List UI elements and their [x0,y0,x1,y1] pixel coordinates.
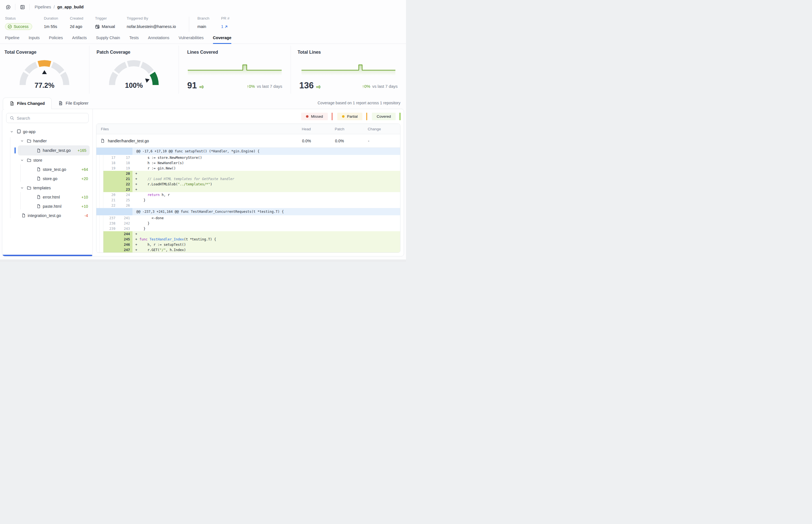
diff-line: 20+ [97,171,400,176]
tree-item-label: go-app [23,129,35,134]
hunk-header-text: @@ -237,3 +241,164 @@ func TestHandler_C… [133,208,284,215]
tab-coverage[interactable]: Coverage [213,35,231,44]
chevron-down-icon[interactable] [9,130,15,133]
collapse-sidebar-button[interactable] [18,3,27,11]
tab-vulnerabilities[interactable]: Vulnerabilities [179,35,204,44]
total-lines-sparkline [299,62,397,76]
diff-gutter [97,192,100,197]
column-header-patch: Patch [331,127,364,131]
chevron-down-icon[interactable] [19,186,26,190]
tree-item-go-app[interactable]: go-app [2,127,92,136]
pr-link[interactable]: 1 [221,23,230,30]
file-name-cell: handler/handler_test.go [97,139,298,143]
legend-chip-missed[interactable]: Missed [301,113,328,120]
file-icon [35,195,42,199]
code-token: h, r := setupTest() [139,243,186,247]
trend-value: ↑0% [247,84,255,89]
change-count: +10 [81,204,92,209]
total-lines-card: Total Lines 136 +0 ↑0%vs last 7 days [291,46,406,94]
horizontal-scrollbar-thumb[interactable] [2,255,92,256]
legend-label: Partial [347,114,358,118]
diff-gutter [97,155,100,160]
panel-tab-file-explorer[interactable]: File Explorer [52,98,95,109]
files-panel-tabs: Files ChangedFile Explorer Coverage base… [0,97,406,109]
tab-artifacts[interactable]: Artifacts [72,35,87,44]
divider [15,4,15,10]
file-tree-sidebar: go-apphandlerhandler_test.go+165storesto… [2,109,93,256]
panel-tab-files-changed[interactable]: Files Changed [3,98,52,109]
file-icon [101,139,105,143]
legend-bar [366,113,367,120]
diff-gutter [100,181,103,187]
old-line-number: 22 [103,203,118,208]
status-fields: StatusSuccessDuration1m 55sCreated2d ago… [5,16,188,30]
tree-item-store-go[interactable]: store.go+20 [2,174,92,183]
patch-value: 0.0% [331,139,364,143]
code-token: (t *testing.T) { [184,238,216,241]
file-icon [35,204,42,208]
status-field-value: 1m 55s [44,23,58,30]
old-line-number: 238 [103,220,118,226]
pr-number: 1 [221,24,223,29]
file-icon [35,177,42,181]
tree-item-paste-html[interactable]: paste.html+10 [2,201,92,211]
breadcrumb-separator: / [54,5,55,9]
tab-policies[interactable]: Policies [49,35,63,44]
code-cell: + r.LoadHTMLGlob("../templates/*") [133,181,400,187]
diff-line: 23+ [97,187,400,192]
hunk-header-text: @@ -17,6 +17,10 @@ func setupTest() (*Ha… [133,148,259,155]
diff-gutter [100,197,103,203]
status-field-status: StatusSuccess [5,16,32,30]
diff-sign: + [135,238,139,241]
legend-chip-partial[interactable]: Partial [337,113,362,120]
tree-item-store[interactable]: store [2,155,92,165]
old-line-number: 20 [103,192,118,197]
total-lines-trend: ↑0%vs last 7 days [362,84,397,90]
diff-gutter [97,165,100,171]
diff-gutter [97,203,100,208]
tree-item-label: templates [33,186,51,190]
chevron-down-icon[interactable] [19,159,26,162]
tree-item-error-html[interactable]: error.html+10 [2,192,92,201]
change-count: +64 [81,167,92,172]
code-cell [133,203,400,208]
tree-item-integration-test-go[interactable]: integration_test.go-4 [2,211,92,220]
tree-item-label: handler [33,139,47,143]
create-new-button[interactable] [4,3,12,11]
file-plus-icon [10,101,14,106]
pipeline-tabs: PipelineInputsPoliciesArtifactsSupply Ch… [0,32,406,44]
diff-gutter [97,236,100,242]
chevron-down-icon[interactable] [19,139,26,143]
tab-inputs[interactable]: Inputs [29,35,40,44]
change-count: +20 [81,177,92,181]
tree-item-label: store.go [43,177,57,181]
file-row[interactable]: handler/handler_test.go0.0%0.0%- [97,134,400,148]
legend-chip-covered[interactable]: Covered [372,113,396,120]
diff-gutter [97,181,100,187]
diff-gutter [97,247,100,252]
folder-icon [26,158,33,162]
coverage-summary-cards: Total Coverage 77.2% Patch Coverage [0,46,406,94]
tree-item-store-test-go[interactable]: store_test.go+64 [2,165,92,174]
tree-item-templates[interactable]: templates [2,183,92,192]
old-line-number: 21 [103,197,118,203]
selected-indicator [15,147,16,153]
tab-annotations[interactable]: Annotations [148,35,170,44]
breadcrumb-pipelines[interactable]: Pipelines [35,5,51,9]
diff-gutter [97,231,100,236]
legend-item-partial: Partial [337,113,367,120]
total-lines-delta: +0 [316,85,321,90]
diff-gutter [100,231,103,236]
files-changed-panel: go-apphandlerhandler_test.go+165storesto… [2,109,404,257]
tree-item-handler[interactable]: handler [2,136,92,145]
status-field-text: 1m 55s [44,24,57,29]
tree-item-handler-test-go[interactable]: handler_test.go+165 [18,145,90,155]
tab-supply-chain[interactable]: Supply Chain [96,35,120,44]
search-input[interactable] [17,116,85,120]
tab-pipeline[interactable]: Pipeline [5,35,20,44]
diff-line: 237241 <-done [97,215,400,220]
code-cell: + [133,171,400,176]
folder-icon [26,139,33,143]
patch-coverage-card: Patch Coverage 100% [89,46,179,94]
tab-tests[interactable]: Tests [129,35,139,44]
